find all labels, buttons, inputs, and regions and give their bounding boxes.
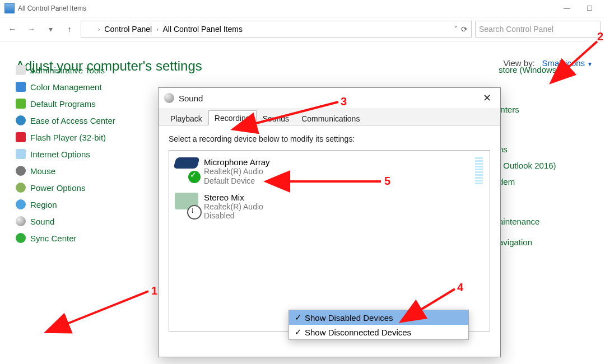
search-placeholder: Search Control Panel — [479, 25, 553, 34]
up-button[interactable]: ↑ — [62, 21, 77, 37]
cp-item-internet-options[interactable]: Internet Options — [16, 146, 145, 162]
device-name: Microphone Array — [204, 157, 270, 167]
cp-item-label: Internet Options — [30, 150, 90, 159]
cp-item-sync-center[interactable]: Sync Center — [16, 230, 145, 246]
speaker-icon — [16, 216, 26, 226]
cp-item-color-management[interactable]: Color Management — [16, 78, 145, 95]
dialog-tabs: Playback Recording Sounds Communications — [159, 108, 500, 125]
items-left-column: Administrative Tools Color Management De… — [16, 62, 145, 246]
disabled-icon — [187, 205, 202, 220]
level-meter — [475, 157, 483, 184]
refresh-button[interactable]: ⟳ — [461, 25, 468, 34]
cp-item-label: inters — [499, 105, 519, 114]
device-microphone-array[interactable]: Microphone Array Realtek(R) Audio Defaul… — [173, 154, 486, 189]
tab-communications[interactable]: Communications — [295, 111, 366, 125]
cp-item-label: store (Windows 7) — [499, 65, 566, 74]
device-status: Disabled — [204, 211, 263, 221]
cp-item-label: avigation — [499, 237, 532, 247]
cp-item-power-options[interactable]: Power Options — [16, 179, 145, 196]
microphone-icon — [175, 157, 198, 181]
cp-item-sound[interactable]: Sound — [16, 213, 145, 230]
dialog-body: Select a recording device below to modif… — [159, 125, 500, 340]
sync-icon — [16, 233, 26, 243]
device-status: Default Device — [204, 176, 270, 186]
power-icon — [16, 183, 26, 193]
cp-item-partial[interactable]: avigation — [499, 234, 594, 250]
address-bar[interactable]: › Control Panel › All Control Panel Item… — [81, 21, 472, 38]
cp-item-label: Ease of Access Center — [30, 116, 115, 125]
maximize-button[interactable]: ☐ — [578, 2, 601, 15]
cp-item-label: aintenance — [499, 217, 539, 226]
tab-playback[interactable]: Playback — [164, 111, 208, 125]
device-name: Stereo Mix — [204, 193, 263, 202]
chevron-right-icon: › — [156, 26, 158, 32]
dialog-titlebar: Sound ✕ — [159, 88, 500, 108]
check-icon: ✓ — [295, 312, 305, 323]
menu-item-label: Show Disconnected Devices — [305, 328, 411, 337]
breadcrumb-item[interactable]: Control Panel — [104, 25, 152, 34]
cp-item-label: Sound — [30, 217, 54, 226]
minimize-button[interactable]: — — [556, 2, 578, 15]
recent-dropdown[interactable]: ▾ — [43, 21, 58, 37]
folder-icon — [16, 65, 26, 75]
cp-item-administrative-tools[interactable]: Administrative Tools — [16, 62, 145, 78]
items-right-column: store (Windows 7) inters ns t Outlook 20… — [499, 62, 594, 250]
cp-item-mouse[interactable]: Mouse — [16, 162, 145, 179]
menu-show-disabled[interactable]: ✓ Show Disabled Devices — [289, 310, 468, 325]
back-button[interactable]: ← — [4, 21, 20, 37]
check-icon: ✓ — [295, 327, 305, 337]
cp-item-label: Administrative Tools — [30, 66, 105, 75]
device-driver: Realtek(R) Audio — [204, 202, 263, 212]
device-stereo-mix[interactable]: Stereo Mix Realtek(R) Audio Disabled — [173, 189, 486, 225]
check-icon — [187, 170, 202, 184]
cp-item-partial[interactable]: t Outlook 2016) — [499, 157, 594, 174]
tab-recording[interactable]: Recording — [208, 110, 257, 125]
chevron-right-icon: › — [98, 26, 100, 32]
cp-item-label: t Outlook 2016) — [499, 161, 556, 170]
device-list[interactable]: Microphone Array Realtek(R) Audio Defaul… — [169, 150, 490, 332]
menu-show-disconnected[interactable]: ✓ Show Disconnected Devices — [289, 325, 468, 339]
cp-item-default-programs[interactable]: Default Programs — [16, 95, 145, 112]
annotation-label-1: 1 — [151, 284, 157, 297]
cp-item-label: Sync Center — [30, 234, 77, 243]
speaker-icon — [164, 93, 174, 103]
cp-item-ease-of-access[interactable]: Ease of Access Center — [16, 112, 145, 129]
titlebar: All Control Panel Items — ☐ — [0, 0, 605, 17]
flash-icon — [16, 132, 26, 142]
accessibility-icon — [16, 115, 26, 125]
internet-icon — [16, 149, 26, 159]
control-panel-window: All Control Panel Items — ☐ ← → ▾ ↑ › Co… — [0, 0, 605, 364]
cp-item-partial[interactable]: store (Windows 7) — [499, 62, 594, 78]
cp-item-label: dem — [499, 177, 515, 186]
cp-item-partial[interactable]: ns — [499, 141, 594, 157]
programs-icon — [16, 99, 26, 109]
monitor-icon — [16, 82, 26, 92]
cp-item-label: Default Programs — [30, 99, 96, 109]
cp-item-partial[interactable]: inters — [499, 101, 594, 118]
navigation-bar: ← → ▾ ↑ › Control Panel › All Control Pa… — [0, 17, 605, 41]
cp-item-flash-player[interactable]: Flash Player (32-bit) — [16, 129, 145, 146]
breadcrumb-item[interactable]: All Control Panel Items — [163, 25, 243, 34]
device-driver: Realtek(R) Audio — [204, 167, 270, 176]
dialog-title: Sound — [179, 94, 203, 103]
control-panel-icon — [85, 25, 94, 34]
cp-item-label: Flash Player (32-bit) — [30, 133, 106, 142]
svg-line-0 — [64, 291, 148, 325]
context-menu: ✓ Show Disabled Devices ✓ Show Disconnec… — [288, 310, 469, 340]
history-dropdown[interactable]: ˅ — [454, 25, 458, 34]
menu-item-label: Show Disabled Devices — [305, 313, 393, 323]
dialog-instruction: Select a recording device below to modif… — [169, 134, 490, 143]
region-icon — [16, 199, 26, 209]
cp-item-partial[interactable]: dem — [499, 174, 594, 190]
cp-item-label: Power Options — [30, 183, 85, 193]
tab-sounds[interactable]: Sounds — [257, 111, 295, 125]
cp-item-region[interactable]: Region — [16, 196, 145, 213]
search-input[interactable]: Search Control Panel — [475, 21, 601, 38]
forward-button[interactable]: → — [24, 21, 39, 37]
cp-item-label: Region — [30, 200, 57, 209]
cp-item-label: Color Management — [30, 82, 102, 92]
cp-item-partial[interactable]: aintenance — [499, 213, 594, 230]
close-button[interactable]: ✕ — [480, 92, 495, 104]
cp-item-label: Mouse — [30, 166, 55, 176]
mouse-icon — [16, 166, 26, 176]
